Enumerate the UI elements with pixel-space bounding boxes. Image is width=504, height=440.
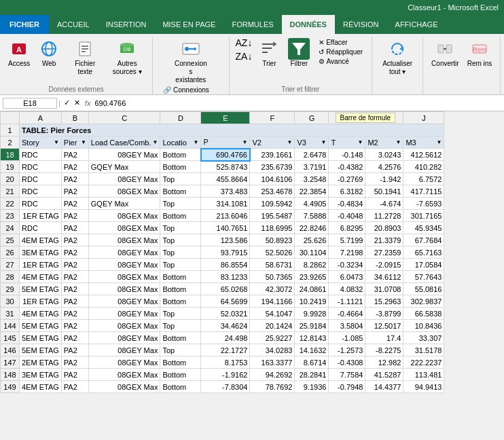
table-title-cell[interactable]: TABLE: Pier Forces xyxy=(20,124,444,136)
cell[interactable]: 302.9837 xyxy=(403,295,444,308)
cell[interactable]: 78.7692 xyxy=(250,381,295,393)
cell[interactable]: 11.2728 xyxy=(365,210,403,222)
cell[interactable]: 08GEX Max xyxy=(88,369,160,381)
cell[interactable]: 08GEX Max xyxy=(88,320,160,332)
cell[interactable]: 31.0708 xyxy=(365,283,403,295)
cell[interactable]: 301.7165 xyxy=(403,210,444,222)
filter-pier[interactable]: Pier▼ xyxy=(61,136,88,149)
cell[interactable]: Bottom xyxy=(160,161,201,173)
cell[interactable]: Top xyxy=(160,246,201,259)
cell[interactable]: 22.3854 xyxy=(295,185,329,198)
cell[interactable]: 4EM ETAG xyxy=(20,271,62,283)
cell[interactable]: -1.085 xyxy=(329,332,365,344)
row-header[interactable]: 19 xyxy=(1,161,20,173)
cell[interactable]: RDC xyxy=(20,222,62,234)
cell[interactable]: 6.3182 xyxy=(329,185,365,198)
cell[interactable]: 08GEX Max xyxy=(88,271,160,283)
cell[interactable]: -7.6593 xyxy=(403,198,444,210)
cell[interactable]: 104.6106 xyxy=(250,173,295,185)
cell[interactable]: PA2 xyxy=(61,344,88,356)
cell[interactable]: 4EM ETAG xyxy=(20,308,62,320)
cell[interactable]: -0.3234 xyxy=(329,259,365,271)
cell[interactable]: 4.4905 xyxy=(295,198,329,210)
cell[interactable]: 08GEY Max xyxy=(88,332,160,344)
cell[interactable]: -0.4664 xyxy=(329,308,365,320)
cell[interactable]: Top xyxy=(160,308,201,320)
cell[interactable]: 55.0816 xyxy=(403,283,444,295)
formula-bar-check[interactable]: ✓ xyxy=(62,98,72,107)
filter-story[interactable]: Story▼ xyxy=(20,136,62,149)
ribbon-btn-connexions[interactable]: 🔗 Connexions xyxy=(161,86,223,94)
cell[interactable]: 140.7651 xyxy=(201,222,250,234)
cell[interactable]: 08GEX Max xyxy=(88,283,160,295)
cell[interactable]: 08GEX Max xyxy=(88,234,160,246)
row-header[interactable]: 28 xyxy=(1,271,20,283)
row-header[interactable]: 31 xyxy=(1,308,20,320)
cell[interactable]: 235.6739 xyxy=(250,161,295,173)
row-header[interactable]: 30 xyxy=(1,295,20,308)
cell[interactable]: 7.5888 xyxy=(295,210,329,222)
cell[interactable]: 28.2841 xyxy=(295,369,329,381)
cell[interactable]: PA2 xyxy=(61,381,88,393)
cell[interactable]: 2EM ETAG xyxy=(20,356,62,369)
tab-formules[interactable]: FORMULES xyxy=(223,15,281,34)
cell[interactable]: Top xyxy=(160,234,201,246)
cell[interactable]: 455.8664 xyxy=(201,173,250,185)
cell[interactable]: PA2 xyxy=(61,185,88,198)
cell[interactable]: 08GEY Max xyxy=(88,149,160,161)
cell[interactable]: 20.8903 xyxy=(365,222,403,234)
cell[interactable]: 08GEX Max xyxy=(88,210,160,222)
cell[interactable]: 65.7163 xyxy=(403,246,444,259)
filter-m2[interactable]: M2▼ xyxy=(365,136,403,149)
cell[interactable]: -1.942 xyxy=(365,173,403,185)
cell[interactable]: 17.0584 xyxy=(403,259,444,271)
row-header[interactable]: 147 xyxy=(1,356,20,369)
cell[interactable]: 5EM ETAG xyxy=(20,320,62,332)
cell[interactable]: RDC xyxy=(20,185,62,198)
cell[interactable]: -7.8304 xyxy=(201,381,250,393)
cell[interactable]: 86.8554 xyxy=(201,259,250,271)
cell[interactable]: Top xyxy=(160,198,201,210)
cell[interactable]: 3EM ETAG xyxy=(20,246,62,259)
cell[interactable]: PA2 xyxy=(61,369,88,381)
row-header[interactable]: 20 xyxy=(1,173,20,185)
cell[interactable]: 195.5487 xyxy=(250,210,295,222)
cell[interactable]: 15.2963 xyxy=(365,295,403,308)
cell[interactable]: Bottom xyxy=(160,283,201,295)
cell[interactable]: 08GEY Max xyxy=(88,295,160,308)
ribbon-btn-sort-za[interactable]: ZA↓ xyxy=(235,50,253,62)
cell[interactable]: 08GEY Max xyxy=(88,356,160,369)
cell[interactable]: PA2 xyxy=(61,283,88,295)
cell[interactable]: 12.5017 xyxy=(365,320,403,332)
cell[interactable]: 2.6478 xyxy=(295,149,329,161)
cell[interactable]: Bottom xyxy=(160,381,201,393)
cell[interactable]: PA2 xyxy=(61,246,88,259)
col-header-j[interactable]: J xyxy=(403,112,444,124)
cell[interactable]: 3.2548 xyxy=(295,173,329,185)
cell[interactable]: 25.626 xyxy=(295,234,329,246)
cell[interactable]: -1.2573 xyxy=(329,344,365,356)
cell[interactable]: 17.4 xyxy=(365,332,403,344)
cell[interactable]: -0.7948 xyxy=(329,381,365,393)
cell[interactable]: Bottom xyxy=(160,185,201,198)
formula-input[interactable] xyxy=(93,99,501,107)
cell[interactable]: 08GEY Max xyxy=(88,344,160,356)
cell[interactable]: 4.0832 xyxy=(329,283,365,295)
col-header-d[interactable]: D xyxy=(160,112,201,124)
cell[interactable]: PA2 xyxy=(61,173,88,185)
cell[interactable]: -2.0915 xyxy=(365,259,403,271)
ribbon-btn-sort-az[interactable]: AZ↓ xyxy=(235,37,253,49)
cell[interactable]: 22.1727 xyxy=(201,344,250,356)
cell[interactable]: PA2 xyxy=(61,332,88,344)
cell[interactable]: RDC xyxy=(20,149,62,161)
tab-mise-en-page[interactable]: MISE EN PAGE xyxy=(154,15,223,34)
cell[interactable]: GQEY Max xyxy=(88,198,160,210)
cell[interactable]: -4.674 xyxy=(365,198,403,210)
cell[interactable]: 08GEY Max xyxy=(88,308,160,320)
cell[interactable]: PA2 xyxy=(61,295,88,308)
row-header[interactable]: 22 xyxy=(1,198,20,210)
cell[interactable]: 08GEX Max xyxy=(88,381,160,393)
ribbon-btn-effacer[interactable]: ✕ Effacer xyxy=(317,38,365,47)
tab-revision[interactable]: RÉVISION xyxy=(335,15,387,34)
cell[interactable]: 45.9345 xyxy=(403,222,444,234)
